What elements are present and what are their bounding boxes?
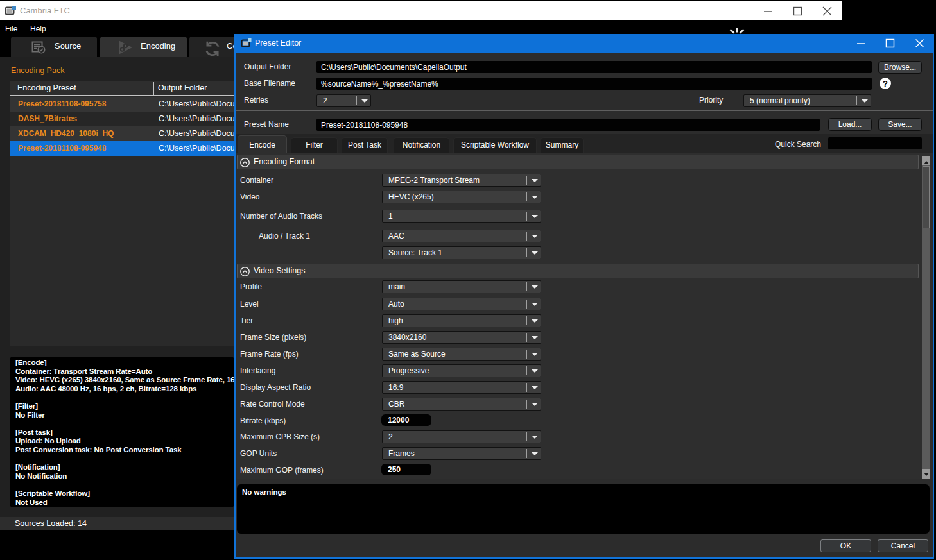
svg-text:?: ? (883, 79, 888, 89)
